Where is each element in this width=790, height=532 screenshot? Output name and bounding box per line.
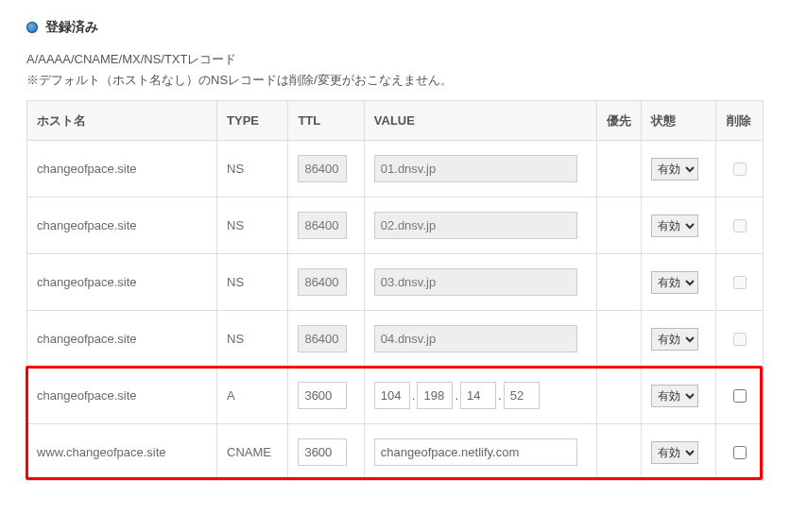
th-delete: 削除	[715, 101, 763, 141]
state-select[interactable]: 有効	[651, 441, 698, 464]
ttl-input	[298, 212, 347, 239]
cell-state: 有効	[642, 254, 715, 311]
table-row: www.changeofpace.siteCNAME有効	[27, 424, 764, 481]
ttl-input[interactable]	[298, 438, 347, 466]
cell-priority	[597, 311, 642, 368]
value-input	[374, 268, 577, 296]
table-row: changeofpace.siteNS有効	[27, 197, 764, 254]
cell-delete	[715, 311, 763, 368]
cell-host: changeofpace.site	[27, 311, 217, 368]
cell-value	[364, 254, 596, 311]
value-input	[374, 155, 577, 182]
th-ttl: TTL	[288, 101, 364, 141]
record-types-label: A/AAAA/CNAME/MX/NS/TXTレコード	[26, 51, 764, 68]
table-row: changeofpace.siteNS有効	[27, 141, 764, 197]
th-host: ホスト名	[27, 101, 217, 141]
cell-delete	[715, 254, 763, 311]
cell-state: 有効	[642, 311, 715, 368]
cell-priority	[597, 141, 642, 197]
th-priority: 優先	[597, 101, 642, 141]
value-input	[374, 212, 577, 239]
cell-delete	[715, 368, 763, 424]
cell-value: ...	[364, 368, 596, 424]
cell-type: NS	[217, 141, 288, 197]
cell-state: 有効	[642, 424, 715, 481]
cell-state: 有効	[642, 197, 715, 254]
cell-delete	[715, 141, 763, 197]
cell-delete	[715, 424, 763, 481]
ttl-input[interactable]	[298, 382, 347, 409]
section-header: 登録済み	[26, 19, 764, 36]
delete-checkbox	[733, 163, 747, 176]
cell-value	[364, 424, 596, 481]
delete-checkbox	[733, 276, 747, 289]
table-row: changeofpace.siteNS有効	[27, 311, 764, 368]
state-select[interactable]: 有効	[651, 215, 698, 237]
cell-ttl	[288, 141, 364, 197]
value-input[interactable]	[374, 438, 577, 466]
th-state: 状態	[642, 101, 715, 141]
section-title: 登録済み	[45, 19, 98, 36]
cell-ttl	[288, 254, 364, 311]
delete-checkbox[interactable]	[733, 389, 747, 403]
cell-host: changeofpace.site	[27, 141, 217, 197]
state-select[interactable]: 有効	[651, 385, 698, 407]
delete-checkbox	[733, 333, 747, 346]
delete-checkbox[interactable]	[733, 446, 747, 459]
cell-ttl	[288, 197, 364, 254]
state-select[interactable]: 有効	[651, 158, 698, 180]
ttl-input	[298, 155, 347, 182]
delete-checkbox	[733, 219, 747, 232]
cell-host: changeofpace.site	[27, 368, 217, 424]
cell-type: A	[217, 368, 288, 424]
cell-priority	[597, 197, 642, 254]
cell-priority	[597, 424, 642, 481]
state-select[interactable]: 有効	[651, 328, 698, 351]
cell-priority	[597, 254, 642, 311]
cell-type: NS	[217, 311, 288, 368]
value-input	[374, 325, 577, 352]
cell-value	[364, 197, 596, 254]
bullet-icon	[26, 22, 38, 33]
table-row: changeofpace.siteA...有効	[27, 368, 764, 424]
cell-ttl	[288, 424, 364, 481]
ip-octet-input[interactable]	[504, 382, 540, 409]
cell-priority	[597, 368, 642, 424]
cell-ttl	[288, 368, 364, 424]
ttl-input	[298, 268, 347, 296]
ip-separator: .	[412, 388, 416, 403]
cell-host: www.changeofpace.site	[27, 424, 217, 481]
cell-type: NS	[217, 197, 288, 254]
dns-records-table: ホスト名 TYPE TTL VALUE 優先 状態 削除 changeofpac…	[26, 100, 764, 481]
ip-octet-input[interactable]	[417, 382, 453, 409]
cell-value	[364, 311, 596, 368]
cell-host: changeofpace.site	[27, 197, 217, 254]
cell-type: NS	[217, 254, 288, 311]
ip-octet-input[interactable]	[460, 382, 496, 409]
note-text: ※デフォルト（ホスト名なし）のNSレコードは削除/変更がおこなえません。	[26, 72, 764, 89]
th-type: TYPE	[217, 101, 288, 141]
cell-ttl	[288, 311, 364, 368]
state-select[interactable]: 有効	[651, 271, 698, 294]
cell-delete	[715, 197, 763, 254]
cell-state: 有効	[642, 368, 715, 424]
cell-state: 有効	[642, 141, 715, 197]
cell-value	[364, 141, 596, 197]
cell-type: CNAME	[217, 424, 288, 481]
th-value: VALUE	[364, 101, 596, 141]
ip-octet-input[interactable]	[374, 382, 410, 409]
ttl-input	[298, 325, 347, 352]
cell-host: changeofpace.site	[27, 254, 217, 311]
ip-separator: .	[498, 388, 502, 403]
ip-separator: .	[455, 388, 458, 403]
table-row: changeofpace.siteNS有効	[27, 254, 764, 311]
